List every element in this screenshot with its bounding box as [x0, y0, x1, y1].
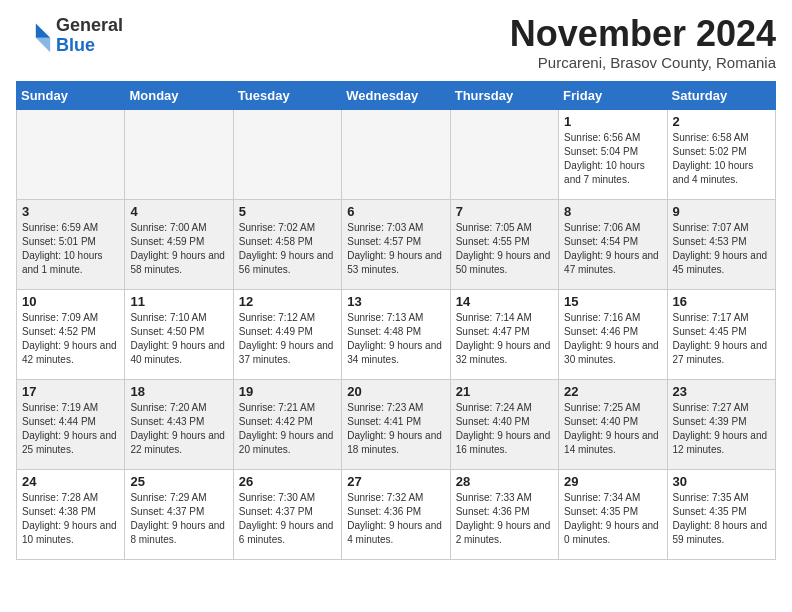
calendar-week-row: 3Sunrise: 6:59 AM Sunset: 5:01 PM Daylig…: [17, 200, 776, 290]
day-number: 22: [564, 384, 661, 399]
weekday-header-sunday: Sunday: [17, 82, 125, 110]
calendar-cell: 14Sunrise: 7:14 AM Sunset: 4:47 PM Dayli…: [450, 290, 558, 380]
day-number: 5: [239, 204, 336, 219]
weekday-header-friday: Friday: [559, 82, 667, 110]
month-title: November 2024: [510, 16, 776, 52]
day-number: 14: [456, 294, 553, 309]
logo: General Blue: [16, 16, 123, 56]
day-info: Sunrise: 7:35 AM Sunset: 4:35 PM Dayligh…: [673, 491, 770, 547]
day-number: 26: [239, 474, 336, 489]
day-info: Sunrise: 6:59 AM Sunset: 5:01 PM Dayligh…: [22, 221, 119, 277]
calendar-cell: 20Sunrise: 7:23 AM Sunset: 4:41 PM Dayli…: [342, 380, 450, 470]
calendar-cell: 29Sunrise: 7:34 AM Sunset: 4:35 PM Dayli…: [559, 470, 667, 560]
page-header: General Blue November 2024 Purcareni, Br…: [16, 16, 776, 71]
calendar-cell: 19Sunrise: 7:21 AM Sunset: 4:42 PM Dayli…: [233, 380, 341, 470]
title-block: November 2024 Purcareni, Brasov County, …: [510, 16, 776, 71]
day-info: Sunrise: 6:58 AM Sunset: 5:02 PM Dayligh…: [673, 131, 770, 187]
day-info: Sunrise: 6:56 AM Sunset: 5:04 PM Dayligh…: [564, 131, 661, 187]
calendar-cell: 28Sunrise: 7:33 AM Sunset: 4:36 PM Dayli…: [450, 470, 558, 560]
day-number: 15: [564, 294, 661, 309]
day-number: 23: [673, 384, 770, 399]
calendar-cell: 13Sunrise: 7:13 AM Sunset: 4:48 PM Dayli…: [342, 290, 450, 380]
day-number: 27: [347, 474, 444, 489]
logo-text: General Blue: [56, 16, 123, 56]
day-info: Sunrise: 7:12 AM Sunset: 4:49 PM Dayligh…: [239, 311, 336, 367]
calendar-cell: 22Sunrise: 7:25 AM Sunset: 4:40 PM Dayli…: [559, 380, 667, 470]
calendar-week-row: 17Sunrise: 7:19 AM Sunset: 4:44 PM Dayli…: [17, 380, 776, 470]
calendar-cell: 15Sunrise: 7:16 AM Sunset: 4:46 PM Dayli…: [559, 290, 667, 380]
calendar-cell: [125, 110, 233, 200]
day-info: Sunrise: 7:07 AM Sunset: 4:53 PM Dayligh…: [673, 221, 770, 277]
day-info: Sunrise: 7:28 AM Sunset: 4:38 PM Dayligh…: [22, 491, 119, 547]
calendar-cell: [17, 110, 125, 200]
day-number: 19: [239, 384, 336, 399]
day-number: 3: [22, 204, 119, 219]
calendar-week-row: 10Sunrise: 7:09 AM Sunset: 4:52 PM Dayli…: [17, 290, 776, 380]
day-number: 8: [564, 204, 661, 219]
calendar-cell: 2Sunrise: 6:58 AM Sunset: 5:02 PM Daylig…: [667, 110, 775, 200]
day-number: 29: [564, 474, 661, 489]
day-number: 2: [673, 114, 770, 129]
day-number: 28: [456, 474, 553, 489]
day-number: 9: [673, 204, 770, 219]
day-info: Sunrise: 7:10 AM Sunset: 4:50 PM Dayligh…: [130, 311, 227, 367]
day-info: Sunrise: 7:29 AM Sunset: 4:37 PM Dayligh…: [130, 491, 227, 547]
day-info: Sunrise: 7:19 AM Sunset: 4:44 PM Dayligh…: [22, 401, 119, 457]
day-info: Sunrise: 7:24 AM Sunset: 4:40 PM Dayligh…: [456, 401, 553, 457]
day-info: Sunrise: 7:13 AM Sunset: 4:48 PM Dayligh…: [347, 311, 444, 367]
calendar-cell: [233, 110, 341, 200]
day-number: 6: [347, 204, 444, 219]
day-number: 17: [22, 384, 119, 399]
calendar-cell: 25Sunrise: 7:29 AM Sunset: 4:37 PM Dayli…: [125, 470, 233, 560]
day-info: Sunrise: 7:23 AM Sunset: 4:41 PM Dayligh…: [347, 401, 444, 457]
day-info: Sunrise: 7:21 AM Sunset: 4:42 PM Dayligh…: [239, 401, 336, 457]
day-info: Sunrise: 7:33 AM Sunset: 4:36 PM Dayligh…: [456, 491, 553, 547]
day-number: 24: [22, 474, 119, 489]
day-info: Sunrise: 7:09 AM Sunset: 4:52 PM Dayligh…: [22, 311, 119, 367]
day-number: 7: [456, 204, 553, 219]
calendar-table: SundayMondayTuesdayWednesdayThursdayFrid…: [16, 81, 776, 560]
calendar-week-row: 24Sunrise: 7:28 AM Sunset: 4:38 PM Dayli…: [17, 470, 776, 560]
calendar-cell: 3Sunrise: 6:59 AM Sunset: 5:01 PM Daylig…: [17, 200, 125, 290]
weekday-header-tuesday: Tuesday: [233, 82, 341, 110]
day-info: Sunrise: 7:03 AM Sunset: 4:57 PM Dayligh…: [347, 221, 444, 277]
calendar-cell: 24Sunrise: 7:28 AM Sunset: 4:38 PM Dayli…: [17, 470, 125, 560]
calendar-cell: 4Sunrise: 7:00 AM Sunset: 4:59 PM Daylig…: [125, 200, 233, 290]
day-info: Sunrise: 7:27 AM Sunset: 4:39 PM Dayligh…: [673, 401, 770, 457]
day-number: 4: [130, 204, 227, 219]
calendar-cell: 17Sunrise: 7:19 AM Sunset: 4:44 PM Dayli…: [17, 380, 125, 470]
day-number: 21: [456, 384, 553, 399]
calendar-cell: 27Sunrise: 7:32 AM Sunset: 4:36 PM Dayli…: [342, 470, 450, 560]
location-text: Purcareni, Brasov County, Romania: [510, 54, 776, 71]
day-number: 13: [347, 294, 444, 309]
day-info: Sunrise: 7:02 AM Sunset: 4:58 PM Dayligh…: [239, 221, 336, 277]
weekday-header-thursday: Thursday: [450, 82, 558, 110]
calendar-cell: 8Sunrise: 7:06 AM Sunset: 4:54 PM Daylig…: [559, 200, 667, 290]
day-info: Sunrise: 7:14 AM Sunset: 4:47 PM Dayligh…: [456, 311, 553, 367]
calendar-cell: 26Sunrise: 7:30 AM Sunset: 4:37 PM Dayli…: [233, 470, 341, 560]
logo-general-text: General: [56, 15, 123, 35]
calendar-cell: 23Sunrise: 7:27 AM Sunset: 4:39 PM Dayli…: [667, 380, 775, 470]
day-number: 1: [564, 114, 661, 129]
day-number: 18: [130, 384, 227, 399]
calendar-cell: 1Sunrise: 6:56 AM Sunset: 5:04 PM Daylig…: [559, 110, 667, 200]
day-number: 11: [130, 294, 227, 309]
weekday-header-monday: Monday: [125, 82, 233, 110]
day-info: Sunrise: 7:20 AM Sunset: 4:43 PM Dayligh…: [130, 401, 227, 457]
calendar-cell: 11Sunrise: 7:10 AM Sunset: 4:50 PM Dayli…: [125, 290, 233, 380]
day-info: Sunrise: 7:32 AM Sunset: 4:36 PM Dayligh…: [347, 491, 444, 547]
weekday-header-wednesday: Wednesday: [342, 82, 450, 110]
calendar-week-row: 1Sunrise: 6:56 AM Sunset: 5:04 PM Daylig…: [17, 110, 776, 200]
calendar-cell: 18Sunrise: 7:20 AM Sunset: 4:43 PM Dayli…: [125, 380, 233, 470]
logo-blue-text: Blue: [56, 35, 95, 55]
calendar-cell: [450, 110, 558, 200]
calendar-cell: 16Sunrise: 7:17 AM Sunset: 4:45 PM Dayli…: [667, 290, 775, 380]
calendar-cell: 10Sunrise: 7:09 AM Sunset: 4:52 PM Dayli…: [17, 290, 125, 380]
logo-icon: [16, 18, 52, 54]
day-number: 25: [130, 474, 227, 489]
day-info: Sunrise: 7:25 AM Sunset: 4:40 PM Dayligh…: [564, 401, 661, 457]
weekday-header-row: SundayMondayTuesdayWednesdayThursdayFrid…: [17, 82, 776, 110]
day-number: 10: [22, 294, 119, 309]
day-number: 16: [673, 294, 770, 309]
calendar-cell: 7Sunrise: 7:05 AM Sunset: 4:55 PM Daylig…: [450, 200, 558, 290]
